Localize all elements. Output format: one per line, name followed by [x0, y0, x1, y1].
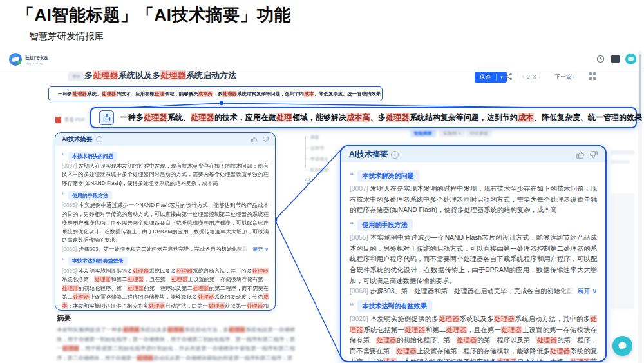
- abstract-paragraph: 本发明实施例提供了一种多处理器系统以及多处理器系统启动方法，多处理器系统包括第一…: [57, 325, 295, 362]
- doc-nav-item-claims[interactable]: 权利要求: [310, 167, 341, 173]
- ai-smart-title-callout-text: 一种多处理器系统、处理器的技术，应用在微处理领域，能够解决成本高、多处理器系统结…: [120, 113, 642, 123]
- thumbs-down-icon[interactable]: [263, 137, 269, 142]
- doc-nav: 摘要 说明书 申请信息 权利要求: [303, 134, 341, 178]
- slide-canvas: 「AI智能标题」「AI技术摘要」功能 智慧芽研发情报库 Eureka by pa…: [0, 0, 644, 363]
- section-label: 本技术达到的有益效果: [357, 300, 432, 312]
- quote-icon: “: [62, 259, 65, 264]
- quote-icon: “: [62, 193, 65, 198]
- share-icon[interactable]: [504, 72, 513, 81]
- section-label: 本技术解决的问题: [357, 170, 419, 182]
- panel-header: AI技术摘要 i: [55, 133, 275, 146]
- background-ghost: [611, 193, 635, 309]
- toolbar-divider: [516, 72, 516, 82]
- grid-view-icon[interactable]: [589, 72, 596, 80]
- ai-smart-title-box: 一种多处理器系统、处理器的技术，应用在微处理领域，能够解决成本高、多处理器系统结…: [48, 86, 383, 101]
- slide-title: 「AI智能标题」「AI技术摘要」功能: [17, 4, 291, 26]
- section-paragraph: [0007]发明人在是实现本发明的过程中发现，现有技术至少存在如下的技术问题：现…: [62, 162, 269, 188]
- doc-nav-item-abstract[interactable]: 摘要: [310, 134, 341, 141]
- section-paragraph: [0055]本实施例中通过减少一个NAND Flash芯片的设计方式，能够达到节…: [350, 233, 597, 286]
- section-paragraph: [0020]本发明实施例提供的多处理器系统以及多处理器系统启动方法，其中的多处理…: [350, 314, 597, 362]
- patent-title: 多处理器系统以及多处理器系统启动方法: [84, 70, 236, 81]
- pdf-icon: [55, 117, 61, 123]
- abstract-heading: 摘要: [57, 313, 71, 323]
- tab-feature-summary[interactable]: 特征摘要: [466, 130, 492, 137]
- ai-smart-title-text: 一种多处理器系统、处理器的技术，应用在微处理领域，能够解决成本高、多处理器系统结…: [58, 91, 381, 97]
- info-icon[interactable]: i: [96, 136, 102, 142]
- quote-icon: “: [62, 153, 65, 159]
- ai-summary-panel-small: AI技术摘要 i “本技术解决的问题 [0007]发明人在是实现本发明的过程中发…: [55, 132, 276, 311]
- background-ghost: [611, 150, 635, 155]
- thumbs-down-icon[interactable]: [590, 151, 598, 159]
- customer-support-button[interactable]: [612, 336, 632, 356]
- section-paragraph: [0055]本实施例中通过减少一个NAND Flash芯片的设计方式，能够达到节…: [62, 201, 269, 244]
- eureka-logo-text: Eureka: [25, 54, 48, 61]
- tab-smart-summary[interactable]: 智能摘要: [410, 130, 436, 137]
- ai-summary-panel-large: AI技术摘要 i “本技术解决的问题 [0007]发明人在是实现本发明的过程中发…: [340, 145, 607, 362]
- robot-icon: [99, 110, 114, 125]
- quote-icon: “: [350, 173, 354, 179]
- section-paragraph-truncated: [0060]步骤303、第一处理器和第二处理器在启动完毕，完成各自的初始化配置，…: [62, 245, 269, 253]
- thumbs-up-icon[interactable]: [576, 151, 584, 159]
- status-badge: 审中: [68, 72, 85, 81]
- user-avatar[interactable]: [625, 54, 636, 64]
- expand-link[interactable]: 展开 ∨: [574, 286, 597, 297]
- quote-icon: “: [350, 303, 354, 309]
- section-effect: “本技术达到的有益效果 [0020]本发明实施例提供的多处理器系统以及多处理器系…: [62, 257, 269, 311]
- panel-title: AI技术摘要: [349, 149, 388, 160]
- ai-smart-title-callout: 一种多处理器系统、处理器的技术，应用在微处理领域，能够解决成本高、多处理器系统结…: [90, 107, 637, 128]
- history-icon[interactable]: [596, 55, 605, 63]
- panel-title: AI技术摘要: [62, 135, 93, 144]
- view-pdf-link[interactable]: 查看 PDF: [64, 117, 85, 123]
- slide-subtitle: 智慧芽研发情报库: [29, 30, 104, 43]
- info-icon[interactable]: i: [391, 151, 399, 159]
- background-ghost: [611, 160, 630, 164]
- section-paragraph: [0020]本发明实施例提供的多处理器系统以及多处理器系统启动方法，其中的多处理…: [62, 267, 269, 311]
- eureka-logo-tagline: by patsnap: [26, 61, 43, 65]
- section-label: 本技术解决的问题: [68, 152, 117, 161]
- tab-embodiments[interactable]: 实施例 ∨: [439, 130, 465, 137]
- thumbs-up-icon[interactable]: [251, 137, 257, 142]
- section-paragraph: [0007]发明人在是实现本发明的过程中发现，现有技术至少存在如下的技术问题：现…: [350, 184, 597, 216]
- section-label: 使用的手段方法: [357, 219, 413, 231]
- save-button-label: 保存: [475, 74, 496, 81]
- panel-header: AI技术摘要 i: [341, 146, 605, 162]
- expand-link[interactable]: 展开 ∨: [250, 245, 269, 253]
- section-label: 使用的手段方法: [68, 191, 112, 200]
- pagination[interactable]: ‹ 2-8 ›: [522, 74, 542, 80]
- doc-nav-item-application[interactable]: 申请信息: [310, 156, 341, 162]
- eureka-logo-icon[interactable]: [9, 53, 22, 66]
- save-button[interactable]: 保存 ▾: [475, 72, 507, 83]
- filter-funnel-icon[interactable]: [304, 178, 311, 185]
- doc-nav-item-description[interactable]: 说明书: [310, 145, 341, 152]
- section-effect: “本技术达到的有益效果 [0020]本发明实施例提供的多处理器系统以及多处理器系…: [350, 300, 597, 362]
- section-label: 本技术达到的有益效果: [68, 257, 128, 266]
- section-method: “使用的手段方法 [0055]本实施例中通过减少一个NAND Flash芯片的设…: [62, 191, 269, 253]
- apps-icon[interactable]: [611, 55, 620, 63]
- section-paragraph-truncated: [0060]步骤303、第一处理器和第二处理器在启动完毕，完成各自的初始化配置，…: [350, 286, 597, 297]
- section-problem: “本技术解决的问题 [0007]发明人在是实现本发明的过程中发现，现有技术至少存…: [62, 152, 269, 188]
- quote-icon: “: [350, 222, 354, 228]
- section-problem: “本技术解决的问题 [0007]发明人在是实现本发明的过程中发现，现有技术至少存…: [350, 170, 597, 216]
- doc-nav-line: [305, 137, 306, 168]
- app-header: [0, 50, 644, 68]
- scrollbar-thumb[interactable]: [639, 54, 641, 119]
- next-patent-link[interactable]: 下一篇 ›: [555, 74, 575, 81]
- section-method: “使用的手段方法 [0055]本实施例中通过减少一个NAND Flash芯片的设…: [350, 219, 597, 297]
